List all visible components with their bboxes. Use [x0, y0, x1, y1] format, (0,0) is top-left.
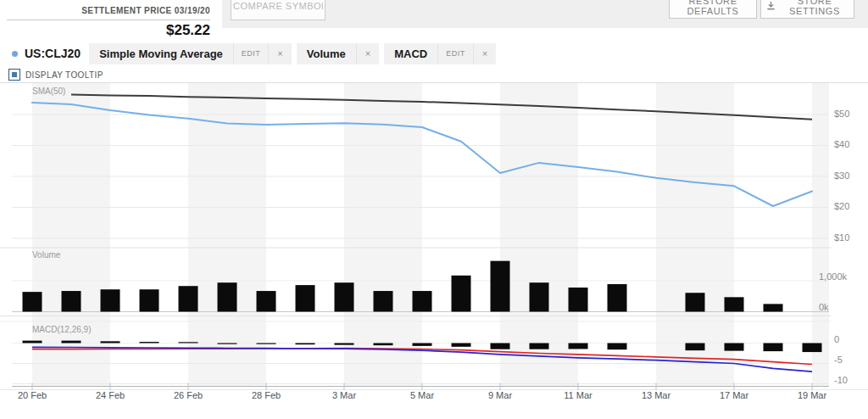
volume-panel-title: Volume	[32, 250, 61, 260]
volume-bar	[374, 291, 393, 311]
price-panel-title: SMA(50)	[32, 87, 65, 96]
price-axis-label: $20	[834, 201, 849, 211]
date-label: 28 Feb	[252, 390, 281, 400]
macd-axis-label: -5	[834, 355, 843, 365]
macd-histogram-bar	[530, 344, 549, 349]
macd-histogram-bar	[686, 344, 705, 351]
macd-histogram-bar	[452, 344, 471, 347]
macd-histogram-bar	[335, 344, 354, 345]
date-label: 3 Mar	[332, 390, 356, 400]
macd-histogram-bar	[62, 341, 81, 344]
weekend-band	[344, 83, 422, 386]
date-label: 13 Mar	[642, 390, 671, 400]
date-label: 5 Mar	[410, 390, 434, 400]
date-label: 9 Mar	[488, 390, 512, 400]
volume-bar	[257, 291, 276, 311]
volume-bar	[491, 261, 510, 312]
date-label: 11 Mar	[564, 390, 593, 400]
weekend-band	[812, 83, 829, 386]
weekend-band	[500, 83, 578, 386]
volume-axis-label: 1,000k	[819, 271, 848, 282]
volume-bar	[179, 286, 198, 311]
volume-bar	[140, 289, 159, 311]
macd-histogram-bar	[725, 344, 744, 351]
date-label: 19 Mar	[798, 390, 827, 400]
volume-bar	[530, 282, 549, 311]
volume-axis-label: 0k	[819, 302, 829, 312]
macd-axis-label: -10	[834, 375, 848, 385]
date-label: 26 Feb	[174, 390, 203, 400]
volume-bar	[218, 282, 237, 311]
date-label: 17 Mar	[720, 390, 749, 400]
weekend-band	[32, 83, 110, 386]
macd-histogram-bar	[257, 344, 276, 344]
macd-histogram-bar	[296, 344, 315, 345]
volume-bar	[725, 297, 744, 311]
date-label: 20 Feb	[18, 390, 47, 400]
macd-histogram-bar	[218, 344, 237, 344]
macd-histogram-bar	[764, 344, 783, 352]
weekend-band	[656, 83, 734, 386]
macd-histogram-bar	[179, 342, 198, 343]
macd-histogram-bar	[140, 342, 159, 343]
price-axis-label: $30	[834, 170, 849, 181]
volume-bar	[101, 289, 120, 311]
volume-bar	[62, 291, 81, 311]
weekend-band	[188, 83, 266, 386]
volume-bar	[686, 293, 705, 311]
macd-histogram-bar	[374, 344, 393, 346]
volume-bar	[296, 285, 315, 311]
price-axis-label: $40	[834, 139, 849, 149]
date-label: 24 Feb	[96, 390, 125, 400]
macd-histogram-bar	[101, 341, 120, 343]
volume-bar	[452, 276, 471, 312]
volume-bar	[23, 292, 42, 311]
macd-histogram-bar	[23, 341, 42, 344]
volume-bar	[413, 291, 432, 311]
macd-histogram-bar	[608, 344, 627, 350]
volume-bar	[335, 282, 354, 311]
price-volume-macd-chart[interactable]: $50$40$30$20$101,000k0k0-5-1020 Feb24 Fe…	[0, 0, 868, 419]
price-axis-label: $10	[834, 232, 849, 243]
volume-bar	[569, 288, 588, 311]
macd-histogram-bar	[413, 344, 432, 346]
macd-histogram-bar	[491, 344, 510, 349]
macd-histogram-bar	[569, 344, 588, 349]
macd-axis-label: 0	[834, 334, 839, 344]
macd-histogram-bar	[803, 344, 822, 353]
volume-bar	[764, 304, 783, 311]
price-axis-label: $50	[834, 109, 849, 119]
macd-panel-title: MACD(12,26,9)	[32, 325, 91, 334]
volume-bar	[608, 284, 627, 311]
